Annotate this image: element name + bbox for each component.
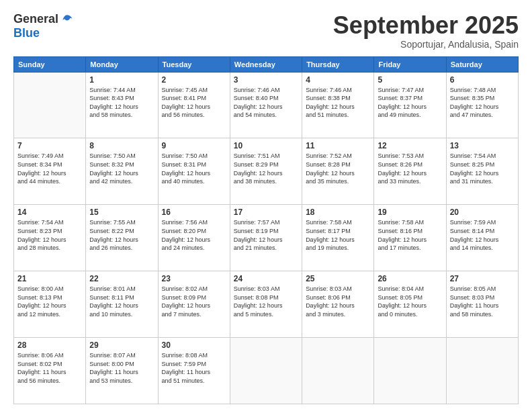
calendar-cell: 24Sunrise: 8:03 AM Sunset: 8:08 PM Dayli… — [230, 271, 302, 338]
calendar-cell: 20Sunrise: 7:59 AM Sunset: 8:14 PM Dayli… — [446, 205, 518, 271]
day-number: 11 — [306, 141, 370, 150]
day-number: 15 — [89, 208, 154, 217]
day-number: 7 — [17, 141, 82, 150]
calendar-cell: 19Sunrise: 7:58 AM Sunset: 8:16 PM Dayli… — [374, 205, 446, 271]
calendar-week-2: 7Sunrise: 7:49 AM Sunset: 8:34 PM Daylig… — [14, 138, 519, 205]
location-subtitle: Soportujar, Andalusia, Spain — [333, 39, 519, 50]
cell-content: Sunrise: 7:45 AM Sunset: 8:41 PM Dayligh… — [162, 86, 226, 120]
cell-content: Sunrise: 7:54 AM Sunset: 8:23 PM Dayligh… — [17, 218, 82, 252]
calendar-cell: 25Sunrise: 8:03 AM Sunset: 8:06 PM Dayli… — [302, 271, 374, 338]
col-tuesday: Tuesday — [158, 56, 230, 72]
calendar-cell: 16Sunrise: 7:56 AM Sunset: 8:20 PM Dayli… — [158, 205, 230, 271]
cell-content: Sunrise: 8:07 AM Sunset: 8:00 PM Dayligh… — [89, 351, 154, 385]
calendar-cell: 28Sunrise: 8:06 AM Sunset: 8:02 PM Dayli… — [14, 338, 86, 404]
calendar-cell: 18Sunrise: 7:58 AM Sunset: 8:17 PM Dayli… — [302, 205, 374, 271]
calendar-cell: 7Sunrise: 7:49 AM Sunset: 8:34 PM Daylig… — [14, 138, 86, 205]
calendar-cell: 22Sunrise: 8:01 AM Sunset: 8:11 PM Dayli… — [86, 271, 158, 338]
calendar-cell: 5Sunrise: 7:47 AM Sunset: 8:37 PM Daylig… — [374, 72, 446, 138]
col-monday: Monday — [86, 56, 158, 72]
day-number: 4 — [306, 75, 370, 85]
calendar-cell: 2Sunrise: 7:45 AM Sunset: 8:41 PM Daylig… — [158, 72, 230, 138]
title-block: September 2025 Soportujar, Andalusia, Sp… — [333, 12, 519, 50]
calendar-cell: 26Sunrise: 8:04 AM Sunset: 8:05 PM Dayli… — [374, 271, 446, 338]
day-number: 25 — [306, 274, 370, 283]
day-number: 12 — [378, 141, 442, 150]
calendar-cell: 17Sunrise: 7:57 AM Sunset: 8:19 PM Dayli… — [230, 205, 302, 271]
cell-content: Sunrise: 8:08 AM Sunset: 7:59 PM Dayligh… — [162, 351, 226, 385]
cell-content: Sunrise: 7:57 AM Sunset: 8:19 PM Dayligh… — [234, 218, 298, 252]
calendar-header-row: Sunday Monday Tuesday Wednesday Thursday… — [14, 56, 519, 72]
day-number: 20 — [450, 208, 515, 217]
calendar-cell: 8Sunrise: 7:50 AM Sunset: 8:32 PM Daylig… — [86, 138, 158, 205]
cell-content: Sunrise: 8:06 AM Sunset: 8:02 PM Dayligh… — [17, 351, 82, 385]
day-number: 27 — [450, 274, 515, 283]
calendar-cell: 12Sunrise: 7:53 AM Sunset: 8:26 PM Dayli… — [374, 138, 446, 205]
cell-content: Sunrise: 8:04 AM Sunset: 8:05 PM Dayligh… — [378, 285, 442, 318]
cell-content: Sunrise: 8:03 AM Sunset: 8:08 PM Dayligh… — [234, 285, 298, 318]
day-number: 1 — [89, 75, 154, 85]
logo-general-text: General — [13, 12, 58, 26]
day-number: 13 — [450, 141, 515, 150]
calendar-week-4: 21Sunrise: 8:00 AM Sunset: 8:13 PM Dayli… — [14, 271, 519, 338]
cell-content: Sunrise: 7:46 AM Sunset: 8:40 PM Dayligh… — [234, 86, 298, 120]
calendar-cell: 13Sunrise: 7:54 AM Sunset: 8:25 PM Dayli… — [446, 138, 518, 205]
cell-content: Sunrise: 8:01 AM Sunset: 8:11 PM Dayligh… — [89, 285, 154, 318]
cell-content: Sunrise: 7:50 AM Sunset: 8:31 PM Dayligh… — [162, 152, 226, 185]
cell-content: Sunrise: 7:58 AM Sunset: 8:16 PM Dayligh… — [378, 218, 442, 252]
day-number: 2 — [162, 75, 226, 85]
calendar-week-5: 28Sunrise: 8:06 AM Sunset: 8:02 PM Dayli… — [14, 338, 519, 404]
day-number: 3 — [234, 75, 298, 85]
calendar-cell — [446, 338, 518, 404]
col-thursday: Thursday — [302, 56, 374, 72]
calendar-cell: 4Sunrise: 7:46 AM Sunset: 8:38 PM Daylig… — [302, 72, 374, 138]
col-saturday: Saturday — [446, 56, 518, 72]
cell-content: Sunrise: 7:46 AM Sunset: 8:38 PM Dayligh… — [306, 86, 370, 120]
day-number: 22 — [89, 274, 154, 283]
calendar-cell: 21Sunrise: 8:00 AM Sunset: 8:13 PM Dayli… — [14, 271, 86, 338]
day-number: 9 — [162, 141, 226, 150]
day-number: 6 — [450, 75, 515, 85]
cell-content: Sunrise: 8:02 AM Sunset: 8:09 PM Dayligh… — [162, 285, 226, 318]
cell-content: Sunrise: 7:49 AM Sunset: 8:34 PM Dayligh… — [17, 152, 82, 185]
cell-content: Sunrise: 7:52 AM Sunset: 8:28 PM Dayligh… — [306, 152, 370, 185]
calendar-week-3: 14Sunrise: 7:54 AM Sunset: 8:23 PM Dayli… — [14, 205, 519, 271]
cell-content: Sunrise: 8:03 AM Sunset: 8:06 PM Dayligh… — [306, 285, 370, 318]
day-number: 10 — [234, 141, 298, 150]
calendar-cell: 15Sunrise: 7:55 AM Sunset: 8:22 PM Dayli… — [86, 205, 158, 271]
logo-bird-icon — [61, 13, 73, 26]
day-number: 8 — [89, 141, 154, 150]
day-number: 5 — [378, 75, 442, 85]
cell-content: Sunrise: 7:54 AM Sunset: 8:25 PM Dayligh… — [450, 152, 515, 185]
day-number: 26 — [378, 274, 442, 283]
day-number: 17 — [234, 208, 298, 217]
cell-content: Sunrise: 7:58 AM Sunset: 8:17 PM Dayligh… — [306, 218, 370, 252]
cell-content: Sunrise: 7:50 AM Sunset: 8:32 PM Dayligh… — [89, 152, 154, 185]
cell-content: Sunrise: 7:59 AM Sunset: 8:14 PM Dayligh… — [450, 218, 515, 252]
calendar-cell: 3Sunrise: 7:46 AM Sunset: 8:40 PM Daylig… — [230, 72, 302, 138]
calendar-week-1: 1Sunrise: 7:44 AM Sunset: 8:43 PM Daylig… — [14, 72, 519, 138]
page: General Blue September 2025 Soportujar, … — [0, 0, 532, 411]
cell-content: Sunrise: 7:48 AM Sunset: 8:35 PM Dayligh… — [450, 86, 515, 120]
calendar-cell: 14Sunrise: 7:54 AM Sunset: 8:23 PM Dayli… — [14, 205, 86, 271]
calendar-cell — [230, 338, 302, 404]
cell-content: Sunrise: 7:44 AM Sunset: 8:43 PM Dayligh… — [89, 86, 154, 120]
day-number: 14 — [17, 208, 82, 217]
day-number: 24 — [234, 274, 298, 283]
calendar-table: Sunday Monday Tuesday Wednesday Thursday… — [13, 56, 519, 404]
day-number: 18 — [306, 208, 370, 217]
cell-content: Sunrise: 7:51 AM Sunset: 8:29 PM Dayligh… — [234, 152, 298, 185]
calendar-cell: 9Sunrise: 7:50 AM Sunset: 8:31 PM Daylig… — [158, 138, 230, 205]
logo-blue-text: Blue — [13, 26, 40, 40]
calendar-cell: 29Sunrise: 8:07 AM Sunset: 8:00 PM Dayli… — [86, 338, 158, 404]
day-number: 30 — [162, 340, 226, 350]
day-number: 19 — [378, 208, 442, 217]
col-sunday: Sunday — [14, 56, 86, 72]
col-wednesday: Wednesday — [230, 56, 302, 72]
day-number: 28 — [17, 340, 82, 350]
calendar-cell: 11Sunrise: 7:52 AM Sunset: 8:28 PM Dayli… — [302, 138, 374, 205]
calendar-cell: 30Sunrise: 8:08 AM Sunset: 7:59 PM Dayli… — [158, 338, 230, 404]
calendar-cell: 6Sunrise: 7:48 AM Sunset: 8:35 PM Daylig… — [446, 72, 518, 138]
logo: General Blue — [13, 12, 73, 40]
cell-content: Sunrise: 7:56 AM Sunset: 8:20 PM Dayligh… — [162, 218, 226, 252]
cell-content: Sunrise: 7:47 AM Sunset: 8:37 PM Dayligh… — [378, 86, 442, 120]
